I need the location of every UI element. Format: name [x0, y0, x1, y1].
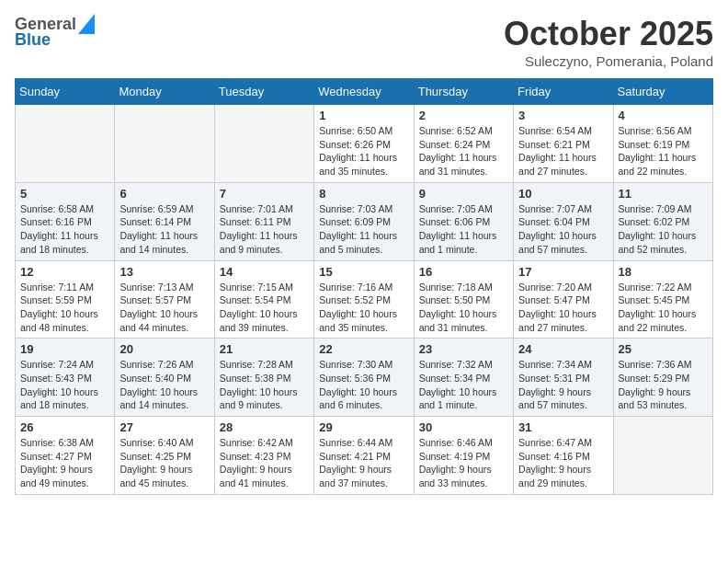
calendar-cell: 17Sunrise: 7:20 AMSunset: 5:47 PMDayligh… [514, 260, 613, 339]
day-info: Sunrise: 7:30 AMSunset: 5:36 PMDaylight:… [319, 358, 408, 412]
day-number: 8 [319, 187, 408, 201]
day-info: Sunrise: 6:40 AMSunset: 4:25 PMDaylight:… [119, 436, 209, 490]
location-title: Suleczyno, Pomerania, Poland [504, 53, 713, 69]
day-info: Sunrise: 6:52 AMSunset: 6:24 PMDaylight:… [419, 124, 508, 178]
column-header-monday: Monday [115, 79, 214, 105]
calendar-cell: 11Sunrise: 7:09 AMSunset: 6:02 PMDayligh… [613, 182, 712, 260]
calendar-cell: 3Sunrise: 6:54 AMSunset: 6:21 PMDaylight… [514, 105, 613, 183]
calendar-header-row: SundayMondayTuesdayWednesdayThursdayFrid… [16, 79, 713, 105]
day-number: 18 [619, 265, 708, 279]
day-number: 16 [419, 265, 508, 279]
title-block: October 2025 Suleczyno, Pomerania, Polan… [504, 15, 713, 69]
calendar-cell: 19Sunrise: 7:24 AMSunset: 5:43 PMDayligh… [16, 339, 115, 417]
day-info: Sunrise: 6:42 AMSunset: 4:23 PMDaylight:… [220, 436, 309, 490]
day-info: Sunrise: 6:58 AMSunset: 6:16 PMDaylight:… [20, 202, 109, 257]
day-info: Sunrise: 7:36 AMSunset: 5:29 PMDaylight:… [619, 358, 708, 412]
day-info: Sunrise: 6:46 AMSunset: 4:19 PMDaylight:… [419, 436, 508, 490]
day-number: 11 [619, 187, 708, 201]
day-info: Sunrise: 7:26 AMSunset: 5:40 PMDaylight:… [119, 358, 209, 412]
day-info: Sunrise: 7:03 AMSunset: 6:09 PMDaylight:… [319, 202, 408, 257]
column-header-wednesday: Wednesday [314, 79, 414, 105]
day-number: 6 [119, 187, 209, 201]
calendar-cell: 5Sunrise: 6:58 AMSunset: 6:16 PMDaylight… [16, 182, 115, 260]
day-number: 30 [419, 420, 508, 434]
svg-marker-0 [78, 14, 95, 34]
column-header-saturday: Saturday [613, 79, 712, 105]
calendar-cell: 15Sunrise: 7:16 AMSunset: 5:52 PMDayligh… [314, 260, 414, 339]
calendar-cell [16, 105, 115, 183]
day-info: Sunrise: 7:34 AMSunset: 5:31 PMDaylight:… [518, 358, 608, 412]
day-number: 22 [319, 342, 408, 356]
day-info: Sunrise: 7:20 AMSunset: 5:47 PMDaylight:… [518, 281, 608, 335]
calendar-cell: 13Sunrise: 7:13 AMSunset: 5:57 PMDayligh… [115, 260, 214, 339]
calendar-cell: 22Sunrise: 7:30 AMSunset: 5:36 PMDayligh… [314, 339, 414, 417]
calendar-cell: 6Sunrise: 6:59 AMSunset: 6:14 PMDaylight… [115, 182, 214, 260]
calendar-week-row: 1Sunrise: 6:50 AMSunset: 6:26 PMDaylight… [16, 105, 713, 183]
calendar-cell: 25Sunrise: 7:36 AMSunset: 5:29 PMDayligh… [613, 339, 712, 417]
logo-bird-icon [78, 14, 95, 34]
day-info: Sunrise: 6:44 AMSunset: 4:21 PMDaylight:… [319, 436, 408, 490]
calendar-cell [115, 105, 214, 183]
calendar-table: SundayMondayTuesdayWednesdayThursdayFrid… [15, 78, 713, 495]
calendar-cell: 9Sunrise: 7:05 AMSunset: 6:06 PMDaylight… [414, 182, 513, 260]
day-number: 28 [220, 420, 309, 434]
day-number: 15 [319, 265, 408, 279]
calendar-cell [613, 417, 712, 495]
day-number: 21 [220, 342, 309, 356]
calendar-cell: 16Sunrise: 7:18 AMSunset: 5:50 PMDayligh… [414, 260, 513, 339]
calendar-cell: 1Sunrise: 6:50 AMSunset: 6:26 PMDaylight… [314, 105, 414, 183]
calendar-cell: 29Sunrise: 6:44 AMSunset: 4:21 PMDayligh… [314, 417, 414, 495]
day-number: 1 [319, 109, 408, 122]
day-info: Sunrise: 6:38 AMSunset: 4:27 PMDaylight:… [20, 436, 109, 490]
calendar-cell: 7Sunrise: 7:01 AMSunset: 6:11 PMDaylight… [214, 182, 313, 260]
calendar-cell: 10Sunrise: 7:07 AMSunset: 6:04 PMDayligh… [514, 182, 613, 260]
day-number: 2 [419, 109, 508, 122]
day-info: Sunrise: 7:18 AMSunset: 5:50 PMDaylight:… [419, 281, 508, 335]
calendar-week-row: 26Sunrise: 6:38 AMSunset: 4:27 PMDayligh… [16, 417, 713, 495]
day-info: Sunrise: 6:59 AMSunset: 6:14 PMDaylight:… [119, 202, 209, 257]
calendar-cell: 20Sunrise: 7:26 AMSunset: 5:40 PMDayligh… [115, 339, 214, 417]
day-number: 7 [220, 187, 309, 201]
column-header-thursday: Thursday [414, 79, 513, 105]
calendar-week-row: 12Sunrise: 7:11 AMSunset: 5:59 PMDayligh… [16, 260, 713, 339]
day-info: Sunrise: 7:16 AMSunset: 5:52 PMDaylight:… [319, 281, 408, 335]
calendar-cell: 24Sunrise: 7:34 AMSunset: 5:31 PMDayligh… [514, 339, 613, 417]
page-header: General Blue October 2025 Suleczyno, Pom… [15, 15, 713, 69]
day-info: Sunrise: 7:32 AMSunset: 5:34 PMDaylight:… [419, 358, 508, 412]
day-number: 25 [619, 342, 708, 356]
logo-blue: Blue [15, 30, 51, 50]
column-header-tuesday: Tuesday [214, 79, 313, 105]
day-number: 19 [20, 342, 109, 356]
day-info: Sunrise: 6:54 AMSunset: 6:21 PMDaylight:… [518, 124, 608, 178]
day-info: Sunrise: 7:28 AMSunset: 5:38 PMDaylight:… [220, 358, 309, 412]
day-number: 13 [119, 265, 209, 279]
day-number: 9 [419, 187, 508, 201]
calendar-cell: 8Sunrise: 7:03 AMSunset: 6:09 PMDaylight… [314, 182, 414, 260]
calendar-cell: 18Sunrise: 7:22 AMSunset: 5:45 PMDayligh… [613, 260, 712, 339]
calendar-cell: 23Sunrise: 7:32 AMSunset: 5:34 PMDayligh… [414, 339, 513, 417]
day-info: Sunrise: 7:11 AMSunset: 5:59 PMDaylight:… [20, 281, 109, 335]
day-number: 23 [419, 342, 508, 356]
calendar-cell: 14Sunrise: 7:15 AMSunset: 5:54 PMDayligh… [214, 260, 313, 339]
calendar-cell: 30Sunrise: 6:46 AMSunset: 4:19 PMDayligh… [414, 417, 513, 495]
day-info: Sunrise: 7:15 AMSunset: 5:54 PMDaylight:… [220, 281, 309, 335]
day-number: 12 [20, 265, 109, 279]
calendar-cell: 2Sunrise: 6:52 AMSunset: 6:24 PMDaylight… [414, 105, 513, 183]
day-number: 29 [319, 420, 408, 434]
day-number: 5 [20, 187, 109, 201]
day-info: Sunrise: 7:22 AMSunset: 5:45 PMDaylight:… [619, 281, 708, 335]
calendar-cell: 21Sunrise: 7:28 AMSunset: 5:38 PMDayligh… [214, 339, 313, 417]
calendar-cell [214, 105, 313, 183]
calendar-cell: 12Sunrise: 7:11 AMSunset: 5:59 PMDayligh… [16, 260, 115, 339]
day-info: Sunrise: 7:13 AMSunset: 5:57 PMDaylight:… [119, 281, 209, 335]
calendar-cell: 4Sunrise: 6:56 AMSunset: 6:19 PMDaylight… [613, 105, 712, 183]
column-header-sunday: Sunday [16, 79, 115, 105]
calendar-cell: 26Sunrise: 6:38 AMSunset: 4:27 PMDayligh… [16, 417, 115, 495]
day-number: 26 [20, 420, 109, 434]
day-number: 4 [619, 109, 708, 122]
logo: General Blue [15, 15, 95, 50]
day-info: Sunrise: 7:05 AMSunset: 6:06 PMDaylight:… [419, 202, 508, 257]
calendar-week-row: 19Sunrise: 7:24 AMSunset: 5:43 PMDayligh… [16, 339, 713, 417]
day-info: Sunrise: 7:09 AMSunset: 6:02 PMDaylight:… [619, 202, 708, 257]
day-info: Sunrise: 6:47 AMSunset: 4:16 PMDaylight:… [518, 436, 608, 490]
